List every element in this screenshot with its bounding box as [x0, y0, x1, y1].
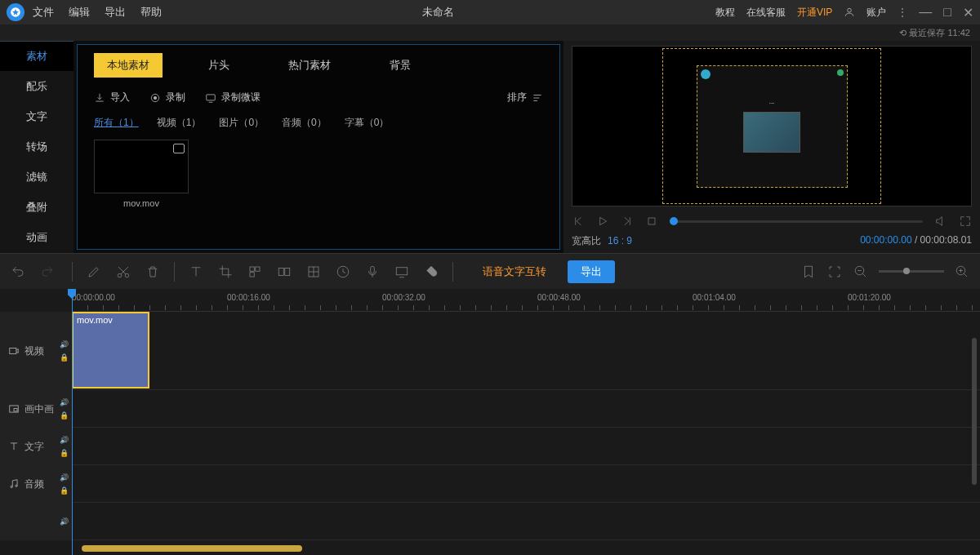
video-clip[interactable]: mov.mov	[72, 312, 149, 388]
track-toggles[interactable]: 🔊🔒	[60, 398, 69, 420]
speech-to-text-button[interactable]: 语音文字互转	[483, 264, 546, 279]
sidebar-music[interactable]: 配乐	[0, 71, 74, 101]
ruler-tick: 00:00:32.00	[382, 293, 425, 302]
video-track-head[interactable]: 视频🔊🔒	[0, 312, 72, 390]
menu-help[interactable]: 帮助	[140, 5, 162, 20]
maximize-button[interactable]: □	[943, 5, 951, 20]
menu-file[interactable]: 文件	[33, 5, 54, 20]
tab-intro[interactable]: 片头	[195, 53, 243, 78]
audio-track-head[interactable]: 音频🔊🔒	[0, 465, 72, 503]
svg-point-22	[16, 485, 17, 486]
voice-button[interactable]	[364, 264, 381, 280]
ruler-tick: 00:00:00.00	[72, 293, 115, 302]
more-icon[interactable]: ⋮	[898, 7, 907, 18]
cut-button[interactable]	[115, 264, 131, 280]
mosaic-button[interactable]	[247, 264, 263, 280]
screen-record-button[interactable]: 录制微课	[205, 91, 261, 104]
track-toggles[interactable]: 🔊🔒	[60, 473, 69, 495]
sidebar-material[interactable]: 素材	[0, 41, 74, 71]
audio-track-body[interactable]	[72, 465, 980, 502]
sort-button[interactable]: 排序	[507, 91, 543, 104]
grid-button[interactable]	[305, 264, 322, 280]
link-service[interactable]: 在线客服	[746, 6, 786, 20]
track-toggles[interactable]: 🔊🔒	[60, 436, 69, 457]
marker-button[interactable]	[800, 264, 817, 280]
menu-edit[interactable]: 编辑	[69, 5, 90, 20]
next-frame-button[interactable]	[621, 215, 634, 228]
vertical-scrollbar[interactable]	[972, 338, 977, 485]
zoom-out-button[interactable]	[853, 264, 869, 280]
extra-track-head[interactable]: 🔊	[0, 503, 72, 540]
track-toggles[interactable]: 🔊🔒	[60, 340, 69, 362]
svg-rect-11	[285, 268, 290, 275]
progress-handle[interactable]	[670, 217, 678, 225]
sidebar-transition[interactable]: 转场	[0, 131, 74, 162]
filter-subtitle[interactable]: 字幕（0）	[345, 116, 390, 130]
tab-local[interactable]: 本地素材	[94, 53, 163, 78]
video-track-body[interactable]: mov.mov	[72, 312, 980, 389]
svg-rect-3	[207, 94, 216, 100]
speed-button[interactable]	[335, 264, 351, 280]
record-button[interactable]: 录制	[149, 91, 185, 104]
save-status-text: 最近保存 11:42	[909, 28, 970, 38]
sidebar-filter[interactable]: 滤镜	[0, 162, 74, 192]
filter-audio[interactable]: 音频（0）	[282, 116, 327, 130]
sidebar-overlay[interactable]: 叠附	[0, 192, 74, 222]
export-button[interactable]: 导出	[568, 260, 615, 283]
zoom-in-button[interactable]	[954, 264, 970, 280]
separator	[174, 262, 175, 282]
user-icon	[844, 7, 855, 18]
play-button[interactable]	[596, 215, 609, 228]
aspect-ratio[interactable]: 宽高比16 : 9	[572, 234, 632, 248]
close-button[interactable]: ✕	[963, 5, 973, 20]
text-button[interactable]	[188, 264, 204, 280]
menu-export[interactable]: 导出	[105, 5, 126, 20]
edit-button[interactable]	[86, 264, 102, 280]
tab-bg[interactable]: 背景	[376, 53, 424, 78]
filter-video[interactable]: 视频（1）	[157, 116, 202, 130]
sidebar-animation[interactable]: 动画	[0, 222, 74, 252]
separator	[72, 262, 73, 282]
zoom-slider[interactable]	[879, 270, 944, 273]
preview-canvas[interactable]: ···	[572, 46, 972, 206]
preview-content[interactable]: ···	[697, 65, 848, 188]
filter-image[interactable]: 图片（0）	[219, 116, 264, 130]
link-account[interactable]: 账户	[866, 6, 886, 20]
split-button[interactable]	[276, 264, 292, 280]
sidebar-text[interactable]: 文字	[0, 101, 74, 131]
volume-button[interactable]	[934, 215, 947, 228]
link-tutorial[interactable]: 教程	[715, 6, 735, 20]
save-refresh-icon[interactable]: ⟲	[899, 28, 906, 38]
prev-frame-button[interactable]	[572, 215, 585, 228]
extra-track-body[interactable]	[72, 503, 980, 539]
progress-bar[interactable]	[670, 220, 923, 223]
zoom-handle[interactable]	[903, 268, 910, 274]
tab-hot[interactable]: 热门素材	[275, 53, 344, 78]
color-button[interactable]	[423, 264, 439, 280]
playhead[interactable]	[72, 289, 73, 555]
horizontal-scrollbar[interactable]	[82, 545, 302, 552]
stop-button[interactable]	[645, 215, 658, 228]
fit-button[interactable]	[826, 264, 843, 280]
import-button[interactable]: 导入	[94, 91, 130, 104]
filter-all[interactable]: 所有（1）	[94, 116, 139, 130]
fullscreen-button[interactable]	[959, 215, 972, 228]
track-toggles[interactable]: 🔊	[60, 517, 69, 526]
tracks: 视频🔊🔒 mov.mov 画中画🔊🔒 文字🔊🔒 音频🔊🔒 🔊	[0, 312, 980, 540]
time-ruler[interactable]: 00:00:00.00 00:00:16.00 00:00:32.00 00:0…	[72, 289, 980, 312]
text-track-body[interactable]	[72, 428, 980, 464]
pip-track-head[interactable]: 画中画🔊🔒	[0, 390, 72, 428]
redo-button[interactable]	[39, 264, 56, 280]
crop-button[interactable]	[217, 264, 234, 280]
right-menu: 教程 在线客服 开通VIP 账户 ⋮	[715, 6, 907, 20]
undo-button[interactable]	[10, 264, 26, 280]
text-track-head[interactable]: 文字🔊🔒	[0, 428, 72, 465]
screen-button[interactable]	[394, 264, 410, 280]
time-display: 00:00:00.00 / 00:00:08.01	[860, 234, 972, 248]
pip-track-body[interactable]	[72, 390, 980, 427]
delete-button[interactable]	[145, 264, 161, 280]
media-thumb[interactable]: mov.mov	[94, 140, 189, 208]
minimize-button[interactable]: —	[919, 5, 932, 20]
timeline: 00:00:00.00 00:00:16.00 00:00:32.00 00:0…	[0, 289, 980, 555]
link-vip[interactable]: 开通VIP	[797, 6, 832, 20]
